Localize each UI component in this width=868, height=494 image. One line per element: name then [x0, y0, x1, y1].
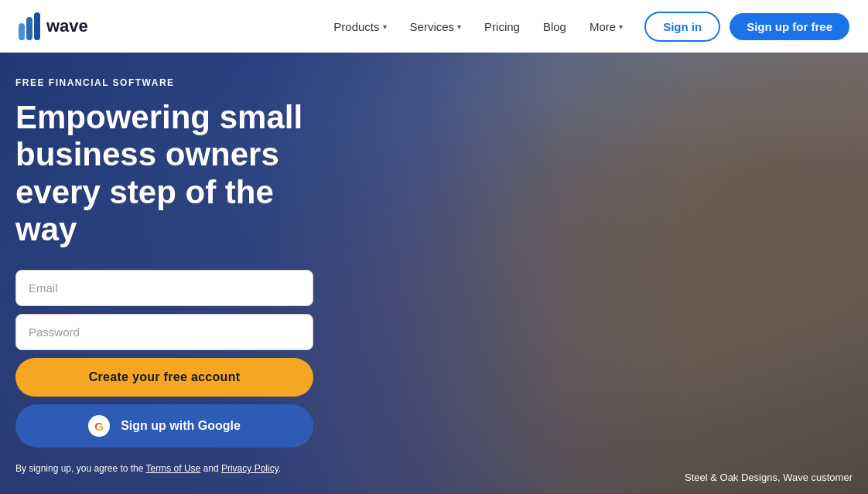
nav-links: Products ▾ Services ▾ Pricing Blog More …: [324, 14, 632, 39]
chevron-down-icon: ▾: [383, 22, 387, 31]
logo-bar-2: [26, 17, 32, 40]
email-field[interactable]: [15, 270, 313, 306]
google-signup-button[interactable]: G Sign up with Google: [15, 404, 313, 448]
logo-bar-1: [19, 23, 25, 40]
nav-item-products[interactable]: Products ▾: [324, 14, 395, 39]
signin-button[interactable]: Sign in: [644, 12, 720, 42]
chevron-down-icon: ▾: [457, 22, 461, 31]
nav-item-services[interactable]: Services ▾: [401, 14, 471, 39]
hero-section: FREE FINANCIAL SOFTWARE Empowering small…: [0, 53, 868, 494]
nav-item-blog[interactable]: Blog: [534, 14, 576, 39]
google-signup-label: Sign up with Google: [121, 419, 241, 433]
navbar: wave Products ▾ Services ▾ Pricing Blog …: [0, 0, 868, 53]
nav-buttons: Sign in Sign up for free: [644, 12, 849, 42]
logo-text: wave: [46, 16, 88, 36]
google-icon: G: [88, 415, 110, 437]
create-account-button[interactable]: Create your free account: [15, 358, 313, 397]
nav-blog-label: Blog: [543, 20, 566, 33]
nav-products-label: Products: [333, 20, 379, 33]
terms-of-use-link[interactable]: Terms of Use: [146, 463, 201, 474]
attribution-text: Steel & Oak Designs, Wave customer: [685, 472, 853, 483]
wave-logo-icon: [19, 12, 40, 40]
privacy-policy-link[interactable]: Privacy Policy: [221, 463, 279, 474]
signup-form: Create your free account G Sign up with …: [15, 270, 313, 474]
logo-area[interactable]: wave: [19, 12, 88, 40]
password-field[interactable]: [15, 314, 313, 350]
google-g-letter: G: [94, 420, 104, 433]
nav-pricing-label: Pricing: [484, 20, 520, 33]
nav-item-more[interactable]: More ▾: [580, 14, 632, 39]
hero-content: FREE FINANCIAL SOFTWARE Empowering small…: [0, 53, 333, 489]
nav-services-label: Services: [410, 20, 455, 33]
terms-text: By signing up, you agree to the Terms of…: [15, 463, 313, 474]
logo-bar-3: [34, 12, 40, 40]
chevron-down-icon: ▾: [619, 22, 623, 31]
signup-free-button[interactable]: Sign up for free: [730, 13, 849, 40]
hero-headline: Empowering small business owners every s…: [15, 99, 317, 248]
nav-item-pricing[interactable]: Pricing: [475, 14, 529, 39]
hero-tag: FREE FINANCIAL SOFTWARE: [15, 77, 317, 88]
nav-more-label: More: [589, 20, 616, 33]
